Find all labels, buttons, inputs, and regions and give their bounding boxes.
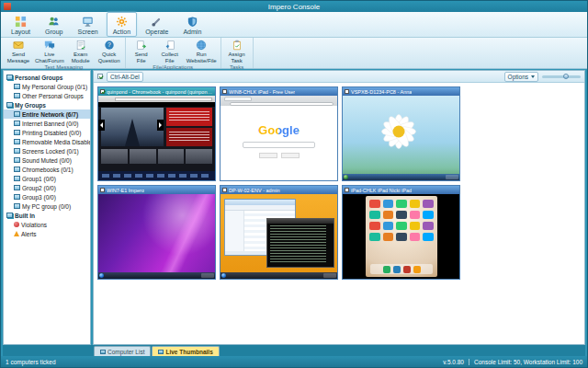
thumbnail-size-slider[interactable] [542, 75, 581, 78]
ribbon-group-tasks: Assign Task Tasks [221, 38, 254, 68]
app-icon [403, 266, 411, 273]
sidebar-item-chromebooks[interactable]: Chromebooks (0/1) [4, 165, 90, 174]
run-website-file-button[interactable]: Run Website/File [186, 39, 218, 63]
sidebar-item-violations[interactable]: Violations [4, 220, 90, 229]
live-thumbnails-icon [158, 350, 164, 354]
select-all-checkbox[interactable] [97, 74, 103, 79]
button-label: Module [72, 58, 90, 64]
thumbnail-title: WIN8-CHLK iPad - Free User [229, 89, 295, 95]
tree-label: Group2 (0/0) [22, 185, 56, 191]
thumbnail-quinpond-chromebook[interactable]: quinpond - Chromebook - quinpond (quinpo… [97, 86, 216, 181]
start-button-icon [99, 273, 104, 278]
computer-list-icon [100, 350, 106, 354]
thumbnail-checkbox[interactable] [222, 89, 227, 94]
app-icon [369, 200, 380, 208]
thumbnail-win8-google[interactable]: WIN8-CHLK iPad - Free User Google [220, 86, 338, 181]
tree-label: My PC group (0/0) [22, 203, 71, 210]
daisy-flower [370, 103, 427, 160]
tree-label: Built In [15, 213, 35, 219]
ribbon-tab-operate[interactable]: Operate [139, 12, 175, 37]
collect-file-button[interactable]: Collect File [157, 39, 183, 63]
sidebar-item-group3[interactable]: Group3 (0/0) [4, 192, 90, 201]
thumbnail-orange-desktop[interactable]: DP-W-02-ENV - admin [220, 185, 338, 280]
assign-task-button[interactable]: Assign Task [224, 39, 250, 63]
ribbon-tab-label: Group [45, 29, 62, 35]
globe-icon [196, 40, 207, 52]
tab-label: Computer List [107, 349, 144, 355]
app-icon [410, 222, 421, 230]
button-label: File [137, 58, 146, 64]
thumbnail-checkbox[interactable] [100, 89, 105, 94]
system-tray [446, 175, 458, 179]
sidebar-item-internet-banned[interactable]: Internet Banned (0/0) [4, 119, 90, 128]
options-button[interactable]: Options [504, 72, 538, 82]
envelope-icon [13, 40, 24, 52]
sidebar-item-group2[interactable]: Group2 (0/0) [4, 183, 90, 192]
tree-label: My Personal Group (0/1) [22, 84, 87, 90]
app-icon [383, 200, 394, 208]
ctrl-alt-del-button[interactable]: Ctrl-Alt-Del [107, 72, 143, 82]
sidebar-item-screens-locked[interactable]: Screens Locked (0/1) [4, 146, 90, 155]
sidebar-item-printing-disabled[interactable]: Printing Disabled (0/0) [4, 128, 90, 137]
app-icon [423, 233, 434, 241]
thumbnail-screen[interactable]: Google [220, 96, 337, 180]
thumbnail-daisy-desktop[interactable]: VSPXB-D1234-PC8 - Anna [342, 86, 460, 181]
ribbon-tab-action[interactable]: Action [107, 12, 137, 37]
thumbnail-ipad[interactable]: iPad-CHLK iPad Nicki iPad [342, 185, 460, 280]
sidebar-item-sound-muted[interactable]: Sound Muted (0/0) [4, 155, 90, 165]
thumbnail-purple-desktop[interactable]: WIN7-E1 Impero [97, 185, 216, 280]
screen-icon [82, 16, 94, 28]
thumbnail-screen[interactable] [98, 194, 215, 279]
thumbnail-screen[interactable] [220, 194, 337, 279]
app-icon [423, 200, 434, 208]
sidebar-item-other-personal-groups[interactable]: Other Personal Groups [4, 91, 90, 100]
options-label: Options [508, 74, 528, 80]
computer-icon [14, 121, 20, 126]
thumbnail-checkbox[interactable] [345, 188, 349, 192]
console-text [270, 225, 326, 263]
button-label: Question [98, 58, 120, 64]
ribbon-tab-screen[interactable]: Screen [72, 12, 105, 37]
sidebar-header-my-groups[interactable]: My Groups [4, 100, 90, 109]
ribbon-group-file-applications: Send File Collect File Run Website/File … [126, 38, 221, 68]
clipboard-icon [232, 40, 243, 52]
sidebar-header-personal-groups[interactable]: Personal Groups [4, 73, 90, 82]
computer-icon [14, 167, 20, 172]
ribbon-body: Send Message Live Chat/Forum Exam Module… [1, 38, 587, 69]
sidebar-item-entire-network[interactable]: Entire Network (6/7) [4, 109, 90, 119]
sidebar-header-built-in[interactable]: Built In [4, 211, 90, 220]
app-icon [383, 233, 394, 241]
computer-icon [14, 194, 20, 200]
sidebar-item-alerts[interactable]: Alerts [4, 229, 90, 238]
tab-live-thumbnails[interactable]: Live Thumbnails [152, 346, 219, 356]
app-icon [396, 211, 407, 219]
tree-label: Other Personal Groups [22, 93, 84, 99]
ribbon-tab-group[interactable]: Group [39, 12, 69, 37]
send-file-button[interactable]: Send File [129, 39, 154, 63]
live-chat-forum-button[interactable]: Live Chat/Forum [34, 39, 65, 63]
app-icon [4, 3, 11, 10]
computer-icon [14, 203, 20, 209]
sidebar-item-removable-media-disabled[interactable]: Removable Media Disabled (0/0) [4, 137, 90, 146]
ribbon-tab-label: Layout [11, 29, 30, 35]
ribbon-tab-layout[interactable]: Layout [5, 12, 37, 37]
thumbnail-checkbox[interactable] [345, 89, 349, 94]
thumbnail-checkbox[interactable] [222, 188, 227, 192]
thumbnail-screen[interactable] [98, 96, 215, 180]
exam-module-button[interactable]: Exam Module [68, 39, 94, 63]
thumbnail-checkbox[interactable] [100, 188, 105, 192]
taskbar [220, 272, 337, 279]
taskbar [98, 272, 215, 279]
thumbnail-screen[interactable] [343, 96, 459, 180]
tab-computer-list[interactable]: Computer List [94, 346, 151, 356]
slider-handle[interactable] [563, 74, 569, 79]
quick-question-button[interactable]: ? Quick Question [96, 39, 122, 63]
sidebar-item-group1[interactable]: Group1 (0/0) [4, 174, 90, 183]
gear-icon [116, 16, 128, 28]
thumbnail-screen[interactable] [343, 194, 459, 279]
ribbon-tab-admin[interactable]: Admin [176, 12, 208, 37]
sidebar-item-my-personal-group[interactable]: My Personal Group (0/1) [4, 82, 90, 91]
app-icon [369, 233, 380, 241]
send-message-button[interactable]: Send Message [6, 39, 31, 63]
sidebar-item-my-pc-group[interactable]: My PC group (0/0) [4, 201, 90, 211]
